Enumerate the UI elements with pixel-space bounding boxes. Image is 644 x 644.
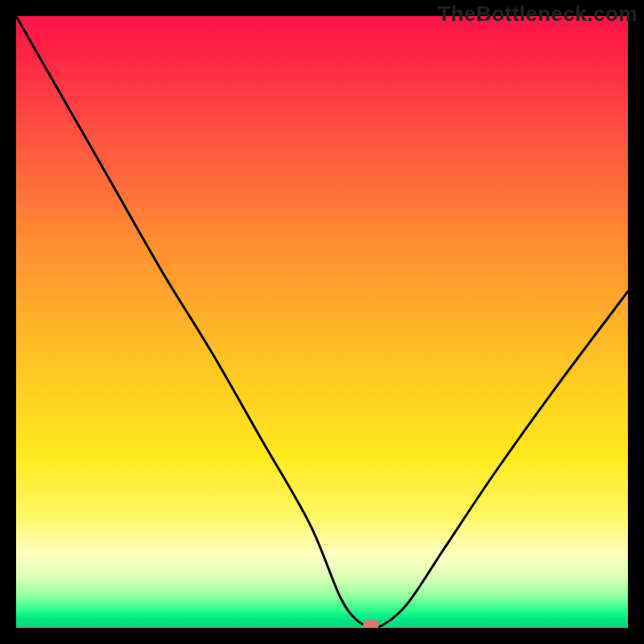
plot-area	[16, 16, 628, 628]
watermark-text: TheBottleneck.com	[438, 2, 638, 27]
bottleneck-curve	[16, 16, 628, 628]
chart-frame: TheBottleneck.com	[0, 0, 644, 644]
